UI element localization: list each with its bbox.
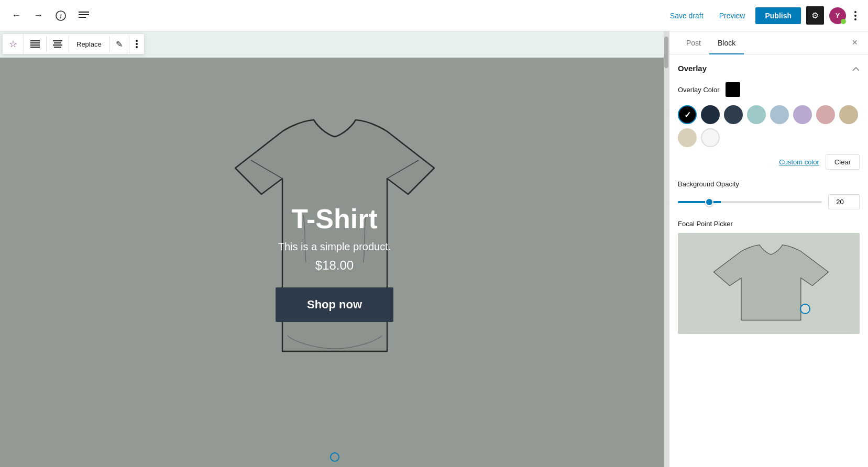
top-bar-left: ← → i [8, 7, 92, 24]
product-price: $18.00 [276, 258, 393, 273]
yoast-status-dot [841, 19, 846, 24]
product-description: This is a simple product. [276, 241, 393, 253]
tab-block[interactable]: Block [709, 31, 744, 54]
block-toolbar: ☆ Replace [2, 34, 145, 54]
color-swatch-mint[interactable] [747, 105, 766, 124]
overlay-color-selected-swatch[interactable] [726, 82, 740, 97]
svg-point-18 [136, 46, 138, 48]
yoast-letter: Y [836, 12, 840, 19]
yoast-icon[interactable]: Y [829, 7, 846, 24]
svg-point-17 [136, 43, 138, 45]
favorite-button[interactable]: ☆ [3, 34, 24, 54]
chevron-up-icon [852, 67, 860, 71]
info-icon: i [56, 10, 66, 21]
svg-point-6 [854, 15, 856, 17]
clear-button[interactable]: Clear [826, 154, 860, 170]
main-layout: ☆ Replace [0, 31, 868, 467]
canvas-scroll-thumb [664, 37, 668, 68]
canvas-area: ☆ Replace [0, 31, 669, 467]
shop-now-button[interactable]: Shop now [276, 287, 393, 322]
color-swatches-grid: ✓ [678, 105, 860, 147]
panel-tabs: Post Block × [669, 31, 868, 54]
svg-rect-12 [53, 40, 62, 41]
top-bar-right: Save draft Preview Publish ⚙ Y [665, 6, 860, 25]
opacity-row: 20 [678, 194, 860, 209]
preview-button[interactable]: Preview [714, 8, 751, 23]
pencil-icon: ✎ [116, 39, 123, 49]
color-swatch-black[interactable]: ✓ [678, 105, 697, 124]
color-swatch-cream[interactable] [678, 128, 697, 147]
custom-color-button[interactable]: Custom color [779, 158, 819, 166]
panel-close-button[interactable]: × [850, 35, 860, 50]
focal-point-label: Focal Point Picker [678, 220, 860, 228]
settings-button[interactable]: ⚙ [806, 6, 824, 25]
color-swatch-dark-navy[interactable] [701, 105, 720, 124]
save-draft-button[interactable]: Save draft [665, 8, 709, 23]
svg-rect-2 [79, 12, 89, 13]
focal-point-dot[interactable] [800, 304, 810, 314]
svg-rect-3 [79, 14, 89, 15]
info-button[interactable]: i [52, 7, 69, 24]
right-panel: Post Block × Overlay Overlay Color [669, 31, 868, 467]
block-more-icon [136, 40, 138, 48]
forward-button[interactable]: → [30, 7, 46, 24]
back-button[interactable]: ← [8, 7, 24, 24]
svg-rect-8 [30, 40, 40, 41]
color-swatch-light-blue[interactable] [770, 105, 789, 124]
publish-button[interactable]: Publish [755, 7, 801, 24]
overlay-toggle-button[interactable] [852, 63, 860, 74]
panel-content: Overlay Overlay Color ✓ Custom color Cle… [669, 54, 868, 467]
align-left-icon [30, 40, 40, 48]
more-icon [854, 11, 856, 20]
svg-rect-11 [30, 47, 40, 48]
color-swatch-blush[interactable] [816, 105, 835, 124]
overlay-color-row: Overlay Color [678, 82, 860, 97]
svg-rect-15 [54, 47, 61, 48]
product-cover-block: T-Shirt This is a simple product. $18.00… [0, 58, 669, 467]
star-icon: ☆ [9, 38, 17, 50]
color-swatch-lavender[interactable] [793, 105, 812, 124]
align-center-icon [53, 40, 62, 48]
block-more-button[interactable] [129, 36, 144, 52]
canvas-scrollbar[interactable] [664, 31, 669, 467]
focal-point-section: Focal Point Picker [678, 220, 860, 334]
more-options-button[interactable] [851, 8, 860, 24]
svg-rect-14 [53, 45, 62, 46]
opacity-input[interactable]: 20 [828, 194, 860, 209]
settings-icon: ⚙ [811, 10, 819, 20]
edit-button[interactable]: ✎ [109, 35, 129, 53]
overlay-section-title: Overlay [678, 64, 707, 73]
svg-rect-13 [54, 42, 61, 43]
swatch-check: ✓ [684, 110, 691, 120]
align-center-button[interactable] [47, 36, 69, 52]
replace-button[interactable]: Replace [69, 36, 109, 52]
replace-label: Replace [76, 40, 102, 48]
svg-point-16 [136, 40, 138, 42]
focal-point-picker[interactable] [678, 233, 860, 334]
top-bar: ← → i Save draft Preview Publish ⚙ Y [0, 0, 868, 31]
overlay-section-header: Overlay [678, 63, 860, 74]
color-actions: Custom color Clear [678, 154, 860, 170]
svg-rect-4 [79, 17, 86, 18]
opacity-slider[interactable] [678, 201, 822, 203]
svg-rect-9 [30, 42, 40, 43]
color-swatch-slate[interactable] [724, 105, 743, 124]
menu-button[interactable] [75, 8, 92, 23]
svg-text:i: i [60, 12, 62, 20]
overlay-color-label: Overlay Color [678, 86, 719, 94]
tab-post[interactable]: Post [678, 31, 709, 54]
product-title: T-Shirt [276, 203, 393, 235]
product-content: T-Shirt This is a simple product. $18.00… [276, 203, 393, 322]
scroll-indicator [330, 452, 339, 462]
focal-point-tshirt [678, 233, 860, 334]
color-swatch-white[interactable] [701, 128, 720, 147]
background-opacity-section: Background Opacity 20 [678, 180, 860, 209]
align-left-button[interactable] [24, 36, 47, 52]
svg-rect-10 [30, 45, 40, 46]
svg-point-5 [854, 11, 856, 13]
svg-point-7 [854, 18, 856, 20]
menu-icon [79, 12, 89, 20]
color-swatch-tan[interactable] [839, 105, 858, 124]
background-opacity-label: Background Opacity [678, 180, 860, 188]
